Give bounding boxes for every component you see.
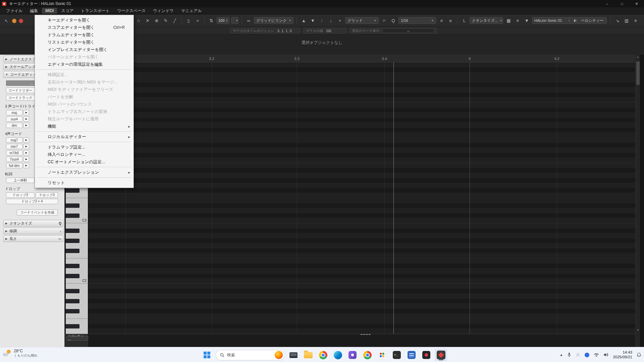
draw-tool-icon[interactable]: ✎	[162, 17, 169, 24]
piano-key[interactable]	[66, 299, 88, 304]
clock[interactable]: 14:43 2025/09/21	[613, 350, 632, 360]
menubar-item[interactable]: トランスポート	[77, 7, 113, 14]
record-button[interactable]	[18, 18, 23, 23]
chord-arrow-button[interactable]: ▶	[23, 116, 29, 122]
terminal-taskbar-icon[interactable]	[391, 349, 403, 361]
chord-arrow-button[interactable]: ▶	[23, 157, 29, 162]
setup-menu-icon[interactable]: ≡	[632, 17, 639, 24]
piano-key[interactable]	[66, 188, 88, 193]
move-up-icon[interactable]: ▲	[300, 17, 307, 24]
chord-button[interactable]: full dim	[6, 163, 22, 168]
iterative-quantize-icon[interactable]: ≠	[438, 17, 445, 24]
chord-button[interactable]: sus4	[6, 116, 22, 122]
line-tool-icon[interactable]: ╱	[171, 17, 178, 24]
chord-arrow-button[interactable]: ▶	[23, 150, 29, 156]
menubar-item[interactable]: ウィンドウ	[150, 7, 177, 14]
piano-key[interactable]: C2	[66, 279, 88, 284]
zoom-plus-button[interactable]: +	[636, 327, 640, 332]
chord-arrow-button[interactable]: ▶	[23, 137, 29, 143]
search-box[interactable]: 検索	[216, 350, 284, 360]
piano-key[interactable]	[66, 233, 88, 238]
note-grid[interactable]	[89, 62, 635, 334]
close-button[interactable]: ✕	[629, 0, 644, 7]
piano-key[interactable]	[66, 248, 88, 253]
piano-key[interactable]	[66, 253, 88, 258]
scrollbar-thumb[interactable]	[636, 61, 640, 85]
menu-item[interactable]: スコアエディターを開くCtrl+R	[35, 24, 133, 31]
chrome-secondary-taskbar-icon[interactable]	[361, 349, 373, 361]
quantize-preset-dropdown[interactable]: 1/16 ▼	[398, 17, 436, 24]
velocity-control-dropdown[interactable]: ◧ ベロシティー ▼	[569, 17, 607, 24]
piano-key[interactable]	[66, 274, 88, 279]
menubar-item[interactable]: ファイル	[3, 7, 26, 14]
piano-key[interactable]	[66, 294, 88, 299]
chord-arrow-button[interactable]: ▶	[23, 144, 29, 149]
piano-key[interactable]	[66, 238, 88, 243]
zoom-tool-icon[interactable]: ⊕	[153, 17, 160, 24]
piano-key[interactable]	[66, 208, 88, 213]
menu-item[interactable]: インプレイスエディターを開く	[35, 46, 133, 53]
drop-wide-button[interactable]: ドロップ2 + 4	[6, 199, 58, 204]
chord-button[interactable]: maj	[6, 110, 22, 115]
search-highlight-icon[interactable]	[275, 351, 283, 359]
move-down-icon[interactable]: ▼	[309, 17, 316, 24]
autoscroll-icon[interactable]: ≈	[194, 17, 201, 24]
menubar-item[interactable]: マニュアル	[178, 7, 205, 14]
status-dot-icon[interactable]	[585, 353, 589, 357]
wifi-icon[interactable]	[594, 353, 599, 357]
piano-key[interactable]	[66, 198, 88, 203]
corner-arrow-icon[interactable]: ↘	[614, 17, 621, 24]
vertical-scrollbar[interactable]: ▲ +	[635, 55, 640, 347]
part-borders-icon[interactable]: ▯	[185, 17, 192, 24]
crosshair-icon[interactable]: +	[336, 17, 343, 24]
velocity-lane-chip[interactable]: ベロシティー	[66, 336, 88, 341]
inspector-section-header[interactable]: ▶クオンタイズQ	[3, 220, 63, 227]
create-chord-event-button[interactable]: コードイベントを作成	[17, 209, 58, 216]
grid-overlay-icon[interactable]: ▦	[505, 17, 512, 24]
inspector-section-header[interactable]: ▶長さ▭	[3, 235, 63, 242]
ruler[interactable]: 3.23.33.444.2	[65, 55, 640, 62]
track-selector-dropdown[interactable]: HALion Sonic 01 ▼	[532, 17, 573, 24]
length-quantize-dropdown[interactable]: クオンタイズ... ▼	[470, 17, 503, 24]
menu-item[interactable]: CC オートメーションの設定...	[35, 158, 133, 166]
quantize-panel-icon[interactable]: e	[447, 17, 454, 24]
piano-key[interactable]	[66, 314, 88, 319]
velocity-lane[interactable]: ベロシティー	[65, 334, 640, 347]
mute-tool-icon[interactable]: ✕	[144, 17, 151, 24]
start-button[interactable]	[201, 349, 213, 361]
menubar-item[interactable]: MIDI	[42, 8, 57, 14]
piano-key[interactable]	[66, 203, 88, 208]
step-input-icon[interactable]: -|+	[380, 17, 388, 24]
chord-arrow-button[interactable]: ▶	[23, 163, 29, 168]
volume-icon[interactable]	[603, 353, 608, 357]
link-icon[interactable]: ∞	[245, 17, 252, 24]
piano-key[interactable]	[66, 309, 88, 314]
audition-button[interactable]	[12, 18, 17, 23]
chord-arrow-button[interactable]: ▶	[23, 110, 29, 115]
link-grid-dropdown[interactable]: グリッドにリンク ▼	[254, 17, 293, 24]
menu-item[interactable]: ドラムマップ設定...	[35, 143, 133, 151]
piano-key[interactable]	[66, 324, 88, 329]
object-selection-tool-icon[interactable]: ↖	[3, 17, 10, 24]
drop-button[interactable]: ドロップ3	[36, 192, 58, 198]
chord-button[interactable]: 7sus4	[6, 157, 22, 162]
notification-bell-icon[interactable]	[637, 352, 641, 357]
menubar-item[interactable]: スコア	[58, 7, 77, 14]
piano-key[interactable]	[66, 228, 88, 233]
drop-button[interactable]: ドロップ2	[6, 192, 35, 198]
menu-item[interactable]: キーエディターを開く	[35, 16, 133, 24]
menu-item[interactable]: 挿入ベロシティー...	[35, 151, 133, 158]
piano-key[interactable]	[66, 263, 88, 268]
piano-key[interactable]: C3	[66, 218, 88, 223]
chord-button[interactable]: dim	[6, 123, 22, 128]
list-icon[interactable]: ≡	[514, 17, 521, 24]
menu-item[interactable]: リストエディターを開く	[35, 39, 133, 46]
maximize-button[interactable]: □	[614, 0, 629, 7]
chrome-taskbar-icon[interactable]	[317, 349, 329, 361]
piano-key[interactable]	[66, 258, 88, 263]
piano-key[interactable]	[66, 319, 88, 324]
piano-key[interactable]	[66, 289, 88, 294]
tray-overflow-icon[interactable]: ▲	[560, 353, 563, 357]
transpose-up-icon[interactable]: ↑	[318, 17, 325, 24]
glue-tool-icon[interactable]: ∩	[135, 17, 142, 24]
